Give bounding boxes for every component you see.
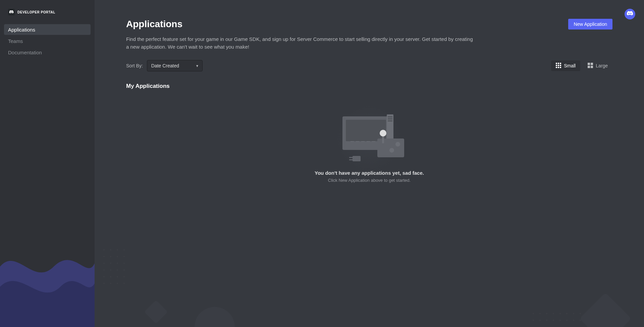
sidebar-item-label: Documentation: [8, 50, 42, 55]
sort-by-select[interactable]: Date Created ▼: [147, 60, 203, 71]
svg-rect-0: [556, 63, 557, 64]
section-title: My Applications: [126, 83, 612, 90]
brand: DEVELOPER PORTAL: [0, 0, 95, 24]
controls-row: Sort By: Date Created ▼ Small Large: [126, 60, 612, 71]
new-application-button[interactable]: New Application: [568, 19, 612, 30]
svg-rect-9: [588, 63, 590, 65]
sidebar-item-teams[interactable]: Teams: [4, 36, 91, 46]
svg-rect-10: [591, 63, 593, 65]
page-title: Applications: [126, 19, 182, 30]
sidebar-item-label: Applications: [8, 27, 35, 33]
header-row: Applications New Application: [126, 19, 612, 30]
svg-rect-6: [556, 67, 557, 68]
sidebar-wave-decoration: [0, 226, 95, 327]
sidebar-item-documentation[interactable]: Documentation: [4, 47, 91, 58]
view-small-label: Small: [564, 63, 576, 68]
svg-rect-11: [588, 66, 590, 68]
view-small-button[interactable]: Small: [551, 60, 580, 71]
sort-by-label: Sort By:: [126, 63, 143, 68]
svg-rect-5: [560, 65, 561, 66]
svg-rect-12: [591, 66, 593, 68]
sort-group: Sort By: Date Created ▼: [126, 60, 203, 71]
empty-state-illustration: [329, 113, 410, 163]
empty-state: You don't have any applications yet, sad…: [126, 113, 612, 183]
svg-rect-1: [558, 63, 559, 64]
discord-logo-icon: [8, 9, 15, 15]
svg-rect-8: [560, 67, 561, 68]
view-large-button[interactable]: Large: [583, 60, 612, 71]
view-large-label: Large: [596, 63, 608, 68]
svg-rect-4: [558, 65, 559, 66]
grid-small-icon: [556, 63, 561, 69]
svg-rect-3: [556, 65, 557, 66]
view-toggle: Small Large: [551, 60, 612, 71]
nav: Applications Teams Documentation: [0, 24, 95, 58]
empty-state-subtitle: Click New Application above to get start…: [328, 178, 411, 183]
sidebar-item-label: Teams: [8, 38, 23, 44]
chevron-down-icon: ▼: [196, 64, 199, 68]
sidebar: DEVELOPER PORTAL Applications Teams Docu…: [0, 0, 95, 327]
svg-rect-2: [560, 63, 561, 64]
sort-by-selected: Date Created: [151, 63, 179, 68]
page-description: Find the perfect feature set for your ga…: [126, 36, 475, 51]
sidebar-item-applications[interactable]: Applications: [4, 24, 91, 35]
grid-large-icon: [588, 63, 593, 69]
svg-rect-7: [558, 67, 559, 68]
brand-text: DEVELOPER PORTAL: [17, 10, 55, 14]
main-content: Applications New Application Find the pe…: [95, 0, 644, 327]
